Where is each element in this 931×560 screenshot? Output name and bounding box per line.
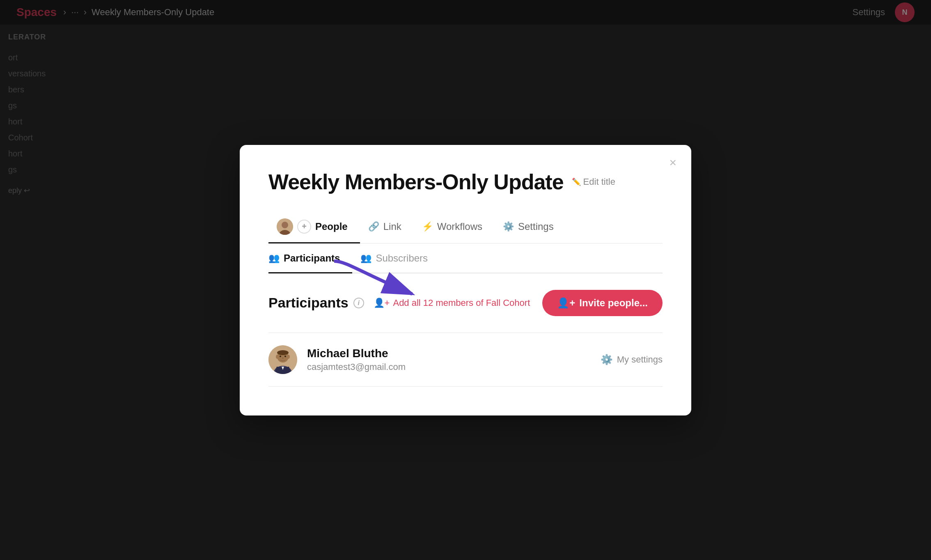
tab-people-label: People [315, 221, 348, 232]
svg-point-7 [277, 350, 289, 355]
svg-point-12 [287, 355, 290, 359]
invite-people-button[interactable]: 👤+ Invite people... [542, 290, 663, 316]
participants-header: Participants i 👤+ Add all 12 members of … [268, 290, 663, 316]
sub-tab-participants-label: Participants [284, 252, 340, 264]
sub-tabs-row: 👥 Participants 👥 Subscribers [268, 243, 663, 273]
participant-row: Michael Bluthe casjamtest3@gmail.com ⚙️ … [268, 333, 663, 387]
invite-icon: 👤+ [557, 297, 575, 309]
modal-title-row: Weekly Members-Only Update ✏️ Edit title [268, 170, 663, 194]
link-icon: 🔗 [368, 221, 379, 232]
sub-tab-participants[interactable]: 👥 Participants [268, 244, 352, 273]
tab-people-avatar [277, 218, 293, 235]
svg-point-8 [280, 356, 281, 357]
my-settings-link[interactable]: ⚙️ My settings [601, 354, 663, 365]
invite-label: Invite people... [579, 297, 648, 309]
tabs-row: + People 🔗 Link ⚡ Workflows ⚙️ Settings [268, 211, 663, 243]
add-cohort-icon: 👤+ [374, 298, 390, 308]
subscribers-icon: 👥 [360, 253, 371, 264]
participant-avatar [268, 345, 297, 374]
participant-info: Michael Bluthe casjamtest3@gmail.com [307, 347, 406, 372]
sub-tab-subscribers[interactable]: 👥 Subscribers [360, 244, 440, 273]
participant-left: Michael Bluthe casjamtest3@gmail.com [268, 345, 406, 374]
info-icon[interactable]: i [353, 298, 364, 308]
modal-close-button[interactable]: × [669, 156, 676, 169]
modal-backdrop: × Weekly Members-Only Update ✏️ Edit tit… [0, 0, 931, 560]
add-cohort-link[interactable]: 👤+ Add all 12 members of Fall Cohort [374, 298, 530, 308]
participants-icon: 👥 [268, 253, 280, 264]
svg-point-11 [276, 355, 278, 359]
tab-settings-label: Settings [518, 221, 554, 232]
svg-point-9 [284, 356, 286, 357]
workflows-icon: ⚡ [422, 221, 433, 232]
edit-icon: ✏️ [572, 177, 581, 186]
sub-tab-subscribers-label: Subscribers [376, 252, 428, 264]
add-person-button[interactable]: + [297, 220, 311, 234]
svg-point-1 [282, 222, 288, 228]
modal-dialog: × Weekly Members-Only Update ✏️ Edit tit… [240, 145, 691, 415]
tab-link[interactable]: 🔗 Link [360, 211, 414, 243]
participants-title: Participants i [268, 295, 364, 311]
participant-name: Michael Bluthe [307, 347, 406, 360]
edit-title-label: Edit title [583, 177, 615, 187]
gear-icon: ⚙️ [601, 354, 613, 365]
edit-title-link[interactable]: ✏️ Edit title [572, 177, 615, 187]
tab-workflows-label: Workflows [437, 221, 482, 232]
tab-link-label: Link [383, 221, 401, 232]
modal-title: Weekly Members-Only Update [268, 170, 564, 194]
tab-workflows[interactable]: ⚡ Workflows [414, 211, 495, 243]
participants-actions: 👤+ Add all 12 members of Fall Cohort 👤+ … [374, 290, 663, 316]
add-cohort-label: Add all 12 members of Fall Cohort [393, 298, 530, 308]
svg-point-10 [282, 357, 284, 358]
tab-people[interactable]: + People [268, 211, 360, 243]
tab-settings[interactable]: ⚙️ Settings [495, 211, 566, 243]
my-settings-label: My settings [617, 354, 663, 365]
settings-icon: ⚙️ [503, 221, 514, 232]
participants-heading: Participants [268, 295, 349, 311]
participant-email: casjamtest3@gmail.com [307, 362, 406, 372]
